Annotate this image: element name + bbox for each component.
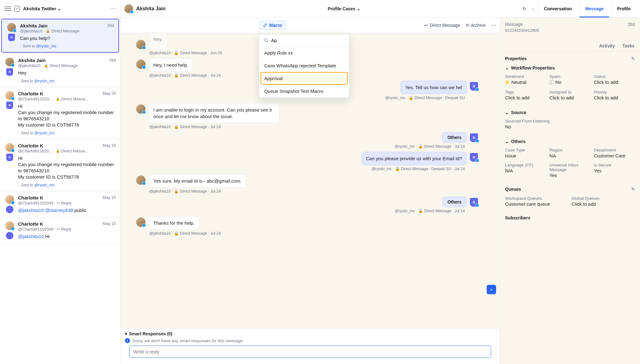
refresh-icon[interactable]: ↻ <box>523 6 526 11</box>
tab-conversation[interactable]: Conversation <box>538 0 577 17</box>
archive-button[interactable]: ⟲ Archive <box>466 23 485 28</box>
case-item[interactable]: RCharlotte KMay 25@Charlot911020... · 🔒 … <box>0 87 120 139</box>
workspace-dropdown[interactable]: Akshita Twitter ⌄ <box>23 6 61 12</box>
tab-message[interactable]: Message <box>579 0 609 17</box>
macro-item[interactable]: Case WhatsApp rejected Template <box>259 59 349 72</box>
message-bubble: Hey, I need help. <box>149 58 193 72</box>
avatar <box>7 23 16 32</box>
case-date: 28d <box>107 23 114 28</box>
macro-item[interactable]: Queue Snapshot Test Macro <box>259 85 349 98</box>
property-field[interactable]: PriorityClick to add <box>594 90 635 100</box>
search-icon <box>264 38 269 43</box>
property-field[interactable]: Global QueuesClick to add <box>572 196 635 207</box>
property-field[interactable]: StatusClick to add <box>594 74 635 85</box>
more-icon[interactable]: ··· <box>110 5 116 12</box>
message-row: OthersR <box>136 197 478 207</box>
reply-arrow-icon: ↩ <box>424 23 428 28</box>
avatar <box>136 104 146 114</box>
case-item[interactable]: RAkshita Jain28d@jakshita10 · 🔒 Direct M… <box>0 54 120 87</box>
property-field[interactable]: RegionNA <box>549 148 590 158</box>
menu-icon[interactable] <box>4 7 11 11</box>
shield-icon: R <box>6 154 13 161</box>
message-row: I am unable to login in my account. Can … <box>136 103 478 123</box>
macro-search-input[interactable] <box>271 38 345 43</box>
message-meta: @rystic_inc · 🔒 Direct Message · Jul 24 <box>136 144 465 149</box>
smart-responses-toggle[interactable]: ▾ Smart Responses (0) <box>125 331 495 336</box>
shield-icon: R <box>470 133 478 142</box>
profile-cases-dropdown[interactable]: Profile Cases ⌄ <box>328 6 361 11</box>
chevron-down-icon: ⌄ <box>505 139 509 144</box>
case-meta: @Charlot91102049 · ↩ Reply <box>18 201 116 205</box>
info-icon: i <box>125 338 130 343</box>
avatar <box>136 218 146 227</box>
chevron-down-icon: ⌄ <box>505 110 509 115</box>
field-value: NA <box>549 153 590 158</box>
field-label: Universal Inbox Message <box>549 163 590 172</box>
case-meta: @Charlot911020... · 🔒 Direct Messa... <box>18 97 116 101</box>
avatar <box>5 91 14 100</box>
property-field[interactable]: Sourced From ListeningNo <box>505 119 635 129</box>
tab-activity[interactable]: Activity <box>599 40 616 51</box>
case-name: Charlotte K <box>18 143 43 148</box>
macro-item[interactable]: Apply Rule xx <box>259 46 349 59</box>
case-item[interactable]: Charlotte KMay 15@Charlot91102049 · ↩ Re… <box>0 218 120 244</box>
shield-icon: R <box>470 153 478 162</box>
more-icon[interactable]: ··· <box>491 22 497 28</box>
source-toggle[interactable]: ⌄ Source <box>500 108 640 116</box>
case-meta: @Charlot911020... · 🔒 Direct Messa... <box>18 149 116 153</box>
tab-profile[interactable]: Profile <box>611 0 636 17</box>
case-text: Hey <box>18 70 116 76</box>
property-field[interactable]: Assigned toClick to add <box>549 90 590 100</box>
property-field[interactable]: Universal Inbox MessageYes <box>549 163 590 178</box>
tag-bubble: Others <box>442 132 467 143</box>
select-all-checkbox[interactable]: ✓ <box>14 6 20 12</box>
property-field[interactable]: TagsClick to add <box>505 90 546 100</box>
field-value: Customer Care <box>594 153 635 158</box>
field-label: Region <box>549 148 590 152</box>
avatar <box>136 40 146 49</box>
property-field[interactable]: Language (CF)N/A <box>505 163 546 178</box>
property-field[interactable]: SentimentNeutral <box>505 74 546 85</box>
property-field[interactable]: DepartmentCustomer Care <box>594 148 635 158</box>
case-meta: @jakshita10 · 🔒 Direct Message <box>18 63 116 68</box>
edit-icon[interactable]: ✎ <box>631 56 635 61</box>
field-label: Priority <box>594 90 635 94</box>
case-item[interactable]: Charlotte KMay 15@Charlot91102049 · ↩ Re… <box>0 191 120 218</box>
property-field[interactable]: Case TypeIssue <box>505 148 546 158</box>
message-row: Can you please provide us with your Emai… <box>136 152 478 165</box>
workflow-properties-toggle[interactable]: ⌄ Workflow Properties <box>500 63 640 72</box>
field-label: Sentiment <box>505 74 546 79</box>
more-icon[interactable]: ··· <box>531 6 534 11</box>
sent-to: Sent to @rystic_inc <box>18 131 116 135</box>
tag-bubble: Others <box>442 197 467 207</box>
message-meta: @jakshita10 · 🔒 Direct Message · Jul 24 <box>149 231 478 236</box>
direct-message-button[interactable]: ↩ Direct Message <box>424 23 460 28</box>
message-bubble: Yes sure. My email Id is - abc@gmail.com… <box>149 174 246 188</box>
reply-input[interactable] <box>129 346 491 358</box>
field-label: Global Queues <box>572 196 635 201</box>
field-value: N/A <box>505 168 546 173</box>
chevron-down-icon: ⌄ <box>57 6 61 12</box>
case-item[interactable]: RCharlotte KMay 25@Charlot911020... · 🔒 … <box>0 139 120 191</box>
field-value: Click to add <box>572 201 635 207</box>
macro-dropdown: Apply Rule xxCase WhatsApp rejected Temp… <box>259 34 349 98</box>
property-field[interactable]: Spamⓘ No <box>549 74 590 85</box>
field-value: Click to add <box>549 95 590 100</box>
property-field[interactable]: Workspace QueuesCustomer care queue <box>505 196 569 207</box>
queues-title: Queues <box>505 187 521 192</box>
field-value: Customer care queue <box>505 201 569 207</box>
message-bubble: Yes. Tell us how can we hel <box>400 81 467 94</box>
macro-item[interactable]: Approval <box>261 73 347 84</box>
tab-tasks[interactable]: Tasks <box>622 40 635 51</box>
macro-button[interactable]: Macro <box>259 21 286 30</box>
property-field[interactable]: is SecureYes <box>594 163 635 178</box>
case-text: Hi Can you change my registered mobile n… <box>18 103 116 128</box>
scroll-down-button[interactable]: » <box>487 285 496 294</box>
archive-icon: ⟲ <box>466 23 469 28</box>
case-item[interactable]: RAkshita Jain28d@jakshita10 · 🔒 Direct M… <box>1 19 119 53</box>
field-label: Sourced From Listening <box>505 119 635 123</box>
others-toggle[interactable]: ⌄ Others <box>500 136 640 145</box>
field-label: Assigned to <box>549 90 590 94</box>
edit-icon[interactable]: ✎ <box>631 187 635 192</box>
field-label: Tags <box>505 90 546 94</box>
